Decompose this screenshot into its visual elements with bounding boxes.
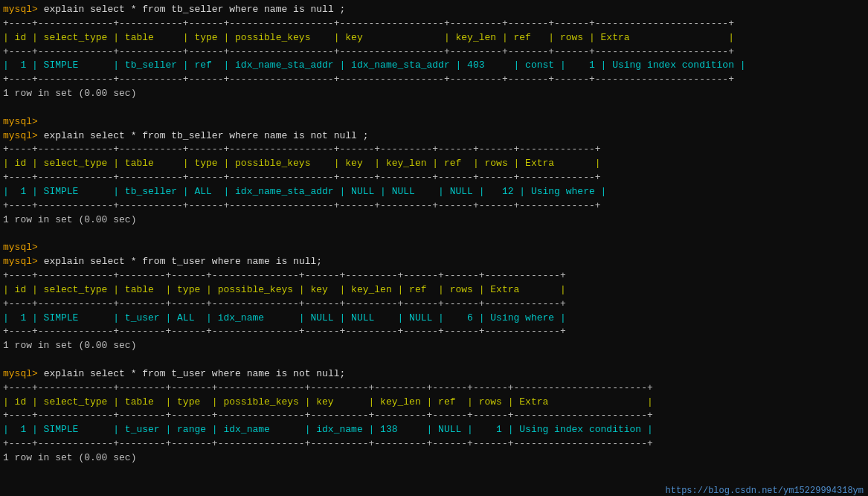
- border-bot-1: +----+-------------+-----------+------+-…: [3, 73, 868, 87]
- header-3: | id | select_type | table | type | poss…: [3, 283, 868, 297]
- blank-2: [3, 228, 868, 242]
- blank-3: [3, 353, 868, 367]
- border-bot-4: +----+-------------+--------+-------+---…: [3, 437, 868, 451]
- header-1: | id | select_type | table | type | poss…: [3, 31, 868, 45]
- border-mid-3: +----+-------------+--------+------+----…: [3, 297, 868, 312]
- terminal-window: mysql> explain select * from tb_seller w…: [3, 3, 868, 496]
- border-mid-4: +----+-------------+--------+-------+---…: [3, 409, 868, 423]
- result-1: 1 row in set (0.00 sec): [3, 87, 868, 101]
- result-2: 1 row in set (0.00 sec): [3, 213, 868, 228]
- border-top-1: +----+-------------+-----------+------+-…: [3, 17, 868, 31]
- prompt-line-1: mysql> explain select * from tb_seller w…: [3, 3, 868, 17]
- result-3: 1 row in set (0.00 sec): [3, 339, 868, 353]
- prompt-line-3: mysql> explain select * from t_user wher…: [3, 255, 868, 269]
- blank-1: [3, 101, 868, 115]
- prompt-line-4: mysql> explain select * from t_user wher…: [3, 367, 868, 381]
- border-mid-2: +----+-------------+-----------+------+-…: [3, 171, 868, 185]
- border-mid-1: +----+-------------+-----------+------+-…: [3, 45, 868, 59]
- header-4: | id | select_type | table | type | poss…: [3, 396, 868, 410]
- prompt-line-2: mysql> explain select * from tb_seller w…: [3, 129, 868, 144]
- result-4: 1 row in set (0.00 sec): [3, 451, 868, 466]
- border-top-3: +----+-------------+--------+------+----…: [3, 269, 868, 283]
- url-bar: https://blog.csdn.net/ym15229994318ym: [666, 485, 864, 496]
- data-row-4: | 1 | SIMPLE | t_user | range | idx_name…: [3, 423, 868, 437]
- prompt-blank-1: mysql>: [3, 115, 868, 129]
- data-row-3: | 1 | SIMPLE | t_user | ALL | idx_name |…: [3, 312, 868, 326]
- header-2: | id | select_type | table | type | poss…: [3, 157, 868, 171]
- border-top-4: +----+-------------+--------+-------+---…: [3, 381, 868, 396]
- border-bot-2: +----+-------------+-----------+------+-…: [3, 199, 868, 213]
- border-top-2: +----+-------------+-----------+------+-…: [3, 143, 868, 157]
- data-row-2: | 1 | SIMPLE | tb_seller | ALL | idx_nam…: [3, 185, 868, 199]
- prompt-blank-2: mysql>: [3, 241, 868, 255]
- data-row-1: | 1 | SIMPLE | tb_seller | ref | idx_nam…: [3, 59, 868, 73]
- border-bot-3: +----+-------------+--------+------+----…: [3, 325, 868, 339]
